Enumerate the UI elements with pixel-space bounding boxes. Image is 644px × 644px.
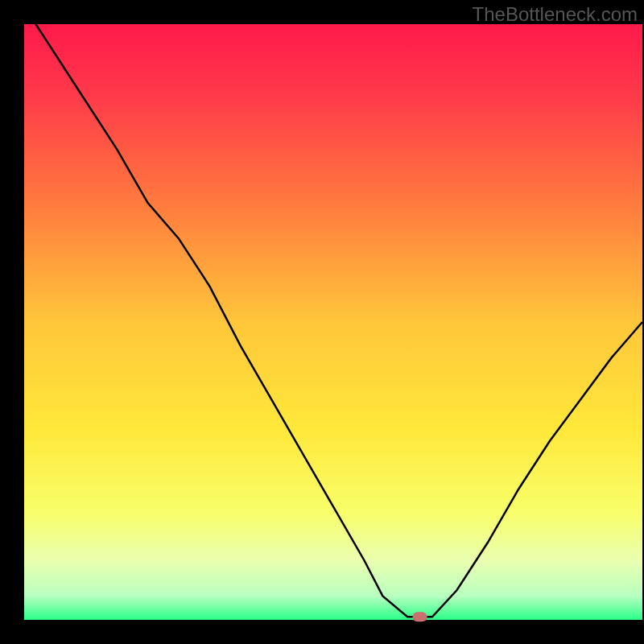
chart-container: TheBottleneck.com [0,0,644,644]
plot-background [24,24,642,620]
optimal-point-marker [413,612,427,621]
watermark-text: TheBottleneck.com [473,3,638,26]
bottleneck-chart [0,0,644,644]
